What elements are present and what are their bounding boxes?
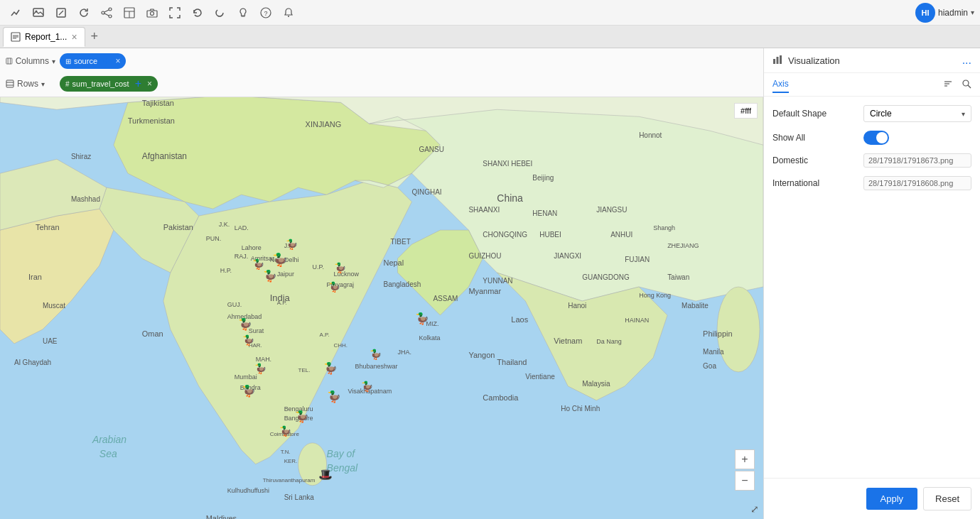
rows-label[interactable]: Rows ▾ <box>6 79 55 89</box>
columns-chevron-icon[interactable]: ▾ <box>52 58 55 65</box>
user-label[interactable]: hiadmin <box>938 8 968 18</box>
international-value[interactable]: 28/17918/17918608.png <box>863 176 971 190</box>
toggle-knob <box>876 132 888 143</box>
tab-report[interactable]: Report_1... × <box>3 27 85 47</box>
columns-label[interactable]: Columns ▾ <box>6 56 55 66</box>
svg-text:CHH.: CHH. <box>334 342 348 349</box>
pin-jk: 🦆 <box>286 239 298 251</box>
sum-pill-add[interactable]: + <box>132 77 144 90</box>
svg-text:TEL.: TEL. <box>298 367 311 373</box>
camera-icon[interactable] <box>142 3 162 23</box>
help-icon[interactable]: ? <box>256 3 276 23</box>
svg-text:ZHEJIANG: ZHEJIANG <box>667 242 699 249</box>
svg-text:QINGHAI: QINGHAI <box>411 188 441 196</box>
pin-vizag: 🦆 <box>361 381 374 393</box>
fullscreen-icon[interactable] <box>165 3 185 23</box>
svg-text:Mabalite: Mabalite <box>682 302 709 310</box>
main-content: Columns ▾ ⊞ source + × Rows ▾ <box>0 48 980 519</box>
svg-text:Hanoi: Hanoi <box>568 302 586 310</box>
svg-text:JIANGSU: JIANGSU <box>596 206 627 214</box>
svg-text:XINJIANG: XINJIANG <box>306 120 342 129</box>
pin-jaipur: 🦆 <box>263 269 277 283</box>
svg-text:Beijing: Beijing <box>532 174 554 182</box>
sort-icon[interactable] <box>943 79 953 91</box>
source-pill-label: source <box>74 57 97 65</box>
pin-prayagraj: 🦆 <box>328 281 341 293</box>
sum-pill-close[interactable]: × <box>147 79 152 89</box>
map-color-indicator: #fff <box>734 103 758 119</box>
tab-bar: Report_1... × + <box>0 26 980 48</box>
domestic-label: Domestic <box>772 155 858 165</box>
svg-text:Vientiane: Vientiane <box>525 373 555 381</box>
svg-text:Ho Chi Minh: Ho Chi Minh <box>561 405 600 413</box>
svg-text:CHONGQING: CHONGQING <box>483 231 527 239</box>
svg-point-5 <box>102 11 104 14</box>
refresh-icon[interactable] <box>74 3 94 23</box>
settings-content: Default Shape Circle ▾ Show All Domestic <box>764 97 980 478</box>
user-avatar[interactable]: HI <box>915 3 935 23</box>
svg-line-7 <box>104 10 109 12</box>
reset-button[interactable]: Reset <box>923 487 971 510</box>
svg-text:Maldives: Maldives <box>206 514 237 519</box>
default-shape-value: Circle <box>870 109 892 119</box>
left-panel: Columns ▾ ⊞ source + × Rows ▾ <box>0 48 764 519</box>
svg-text:Arabian: Arabian <box>92 434 126 445</box>
layout-icon[interactable] <box>119 3 139 23</box>
share-icon[interactable] <box>97 3 117 23</box>
svg-text:Shiraz: Shiraz <box>71 153 91 160</box>
columns-icon <box>6 57 13 65</box>
sum-travel-cost-pill[interactable]: # sum_travel_cost + × <box>60 76 158 92</box>
svg-text:SHANXI HEBEI: SHANXI HEBEI <box>483 160 532 168</box>
redo-icon[interactable] <box>210 3 230 23</box>
source-pill[interactable]: ⊞ source + × <box>60 53 126 69</box>
default-shape-dropdown[interactable]: Circle ▾ <box>863 105 971 122</box>
tab-add-button[interactable]: + <box>87 29 103 44</box>
rows-chevron-icon[interactable]: ▾ <box>41 80 45 88</box>
svg-text:Bhubaneshwar: Bhubaneshwar <box>355 363 398 370</box>
pin-hyderabad: 🦆 <box>323 361 338 375</box>
bell-icon[interactable] <box>279 3 298 23</box>
svg-text:Tajikistan: Tajikistan <box>142 99 174 107</box>
international-row: International 28/17918/17918608.png <box>772 176 971 190</box>
user-chevron-icon[interactable]: ▾ <box>971 9 974 16</box>
show-all-toggle[interactable] <box>863 131 889 145</box>
undo-icon[interactable] <box>188 3 208 23</box>
svg-text:GUJ.: GUJ. <box>227 301 242 308</box>
source-pill-add[interactable]: + <box>100 55 112 67</box>
svg-text:LAD.: LAD. <box>235 224 249 231</box>
image-icon[interactable] <box>28 3 48 23</box>
svg-point-12 <box>151 11 154 15</box>
axis-tabs: Axis <box>764 73 980 97</box>
tab-close-icon[interactable]: × <box>71 31 77 43</box>
apply-button[interactable]: Apply <box>866 488 918 510</box>
svg-text:TIBET: TIBET <box>390 238 410 246</box>
svg-text:ASSAM: ASSAM <box>433 295 458 302</box>
svg-text:Kolkata: Kolkata <box>419 334 440 342</box>
svg-text:Oman: Oman <box>142 329 163 338</box>
right-panel: Visualization ... Axis Default Shape <box>764 48 980 519</box>
toolbar: ? HI hiadmin ▾ <box>0 0 980 26</box>
chart-line-icon[interactable] <box>6 3 26 23</box>
svg-text:Manila: Manila <box>703 348 724 356</box>
visualization-title: Visualization <box>788 55 840 66</box>
pin-lucknow: 🦆 <box>334 262 347 274</box>
svg-text:Lahore: Lahore <box>242 244 262 251</box>
edit-icon[interactable] <box>51 3 71 23</box>
source-pill-close[interactable]: × <box>115 56 120 66</box>
svg-text:Tehran: Tehran <box>36 223 60 231</box>
pin-bhuban: 🦆 <box>370 349 382 361</box>
zoom-controls: + − <box>735 449 755 491</box>
svg-rect-127 <box>773 59 775 64</box>
svg-text:A.P.: A.P. <box>320 332 330 338</box>
report-icon <box>11 32 21 42</box>
bulb-icon[interactable] <box>233 3 253 23</box>
zoom-out-button[interactable]: − <box>735 471 755 491</box>
search-icon[interactable] <box>962 79 971 91</box>
domestic-value[interactable]: 28/17918/17918673.png <box>863 153 971 168</box>
map-expand-icon[interactable]: ⤢ <box>750 503 759 515</box>
zoom-in-button[interactable]: + <box>735 449 755 469</box>
svg-text:H.P.: H.P. <box>220 267 232 274</box>
visualization-more-icon[interactable]: ... <box>962 54 971 67</box>
axis-tab[interactable]: Axis <box>772 76 789 93</box>
svg-text:Thailand: Thailand <box>497 358 527 366</box>
